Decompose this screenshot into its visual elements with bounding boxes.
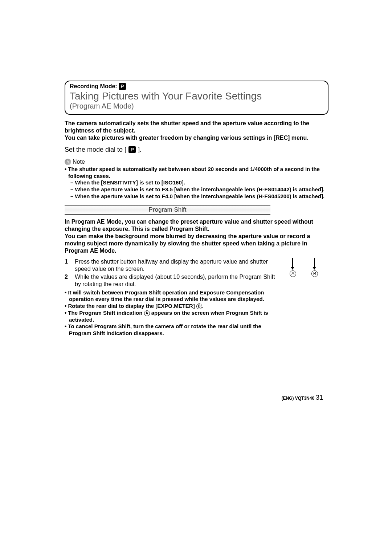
step-2: 2 While the values are displayed (about … — [65, 273, 278, 288]
label-a: A — [290, 270, 296, 277]
label-b: B — [311, 270, 318, 277]
set-dial-close: ]. — [138, 146, 142, 154]
dial-p-icon: P — [128, 146, 136, 153]
note-sub-2: – When the aperture value is set to F3.5… — [65, 186, 328, 193]
diagram: A B — [285, 258, 328, 337]
steps-column: 1 Press the shutter button halfway and d… — [65, 258, 278, 337]
note-list: • The shutter speed is automatically set… — [65, 166, 328, 200]
set-dial-line: Set the mode dial to [ P ]. — [65, 146, 328, 154]
circle-a-inline: A — [144, 310, 150, 316]
intro-text: The camera automatically sets the shutte… — [65, 120, 328, 142]
follow-3: • The Program Shift indication A appears… — [65, 310, 278, 323]
footer-code: (ENG) VQT3N40 — [281, 396, 314, 401]
page-subtitle: (Program AE Mode) — [70, 102, 323, 110]
follow-1: • It will switch between Program Shift o… — [65, 289, 278, 303]
set-dial-text: Set the mode dial to [ — [65, 146, 126, 154]
footer: (ENG) VQT3N40 31 — [281, 394, 323, 402]
note-label: Note — [73, 159, 85, 165]
program-shift-heading: Program Shift — [65, 205, 270, 215]
step-2-number: 2 — [65, 273, 70, 288]
circle-b-inline: B — [196, 304, 202, 309]
step-2-text: While the values are displayed (about 10… — [75, 273, 278, 288]
follow-3-pre: • The Program Shift indication — [65, 310, 144, 316]
mode-p-icon: P — [119, 83, 126, 90]
note-sub-1: – When the [SENSITIVITY] is set to [ISO1… — [65, 179, 328, 186]
note-heading: ✎ Note — [65, 159, 328, 165]
ps-intro-1: In Program AE Mode, you can change the p… — [65, 219, 313, 232]
program-shift-intro: In Program AE Mode, you can change the p… — [65, 218, 328, 254]
page-number: 31 — [316, 394, 323, 401]
steps-area: 1 Press the shutter button halfway and d… — [65, 258, 328, 337]
step-1-text: Press the shutter button halfway and dis… — [75, 258, 278, 273]
follow-4: • To cancel Program Shift, turn the came… — [65, 323, 278, 337]
note-bullet-1: • The shutter speed is automatically set… — [65, 166, 328, 180]
intro-line-2: You can take pictures with greater freed… — [65, 135, 309, 141]
step-1-number: 1 — [65, 258, 70, 273]
follow-2-pre: • Rotate the rear dial to display the [E… — [65, 303, 196, 309]
page-title: Taking Pictures with Your Favorite Setti… — [70, 91, 323, 102]
recording-mode-line: Recording Mode: P — [70, 83, 323, 90]
step-1: 1 Press the shutter button halfway and d… — [65, 258, 278, 273]
pencil-icon: ✎ — [65, 159, 71, 165]
follow-notes: • It will switch between Program Shift o… — [65, 289, 278, 337]
recording-mode-label: Recording Mode: — [70, 83, 117, 90]
note-sub-3: – When the aperture value is set to F4.0… — [65, 193, 328, 200]
title-box: Recording Mode: P Taking Pictures with Y… — [65, 81, 328, 115]
follow-2-post: . — [202, 303, 204, 309]
follow-2: • Rotate the rear dial to display the [E… — [65, 303, 278, 310]
pointer-b — [314, 258, 315, 269]
ps-intro-2: You can make the background more blurred… — [65, 233, 310, 254]
pointer-a — [292, 258, 293, 269]
intro-line-1: The camera automatically sets the shutte… — [65, 120, 309, 134]
